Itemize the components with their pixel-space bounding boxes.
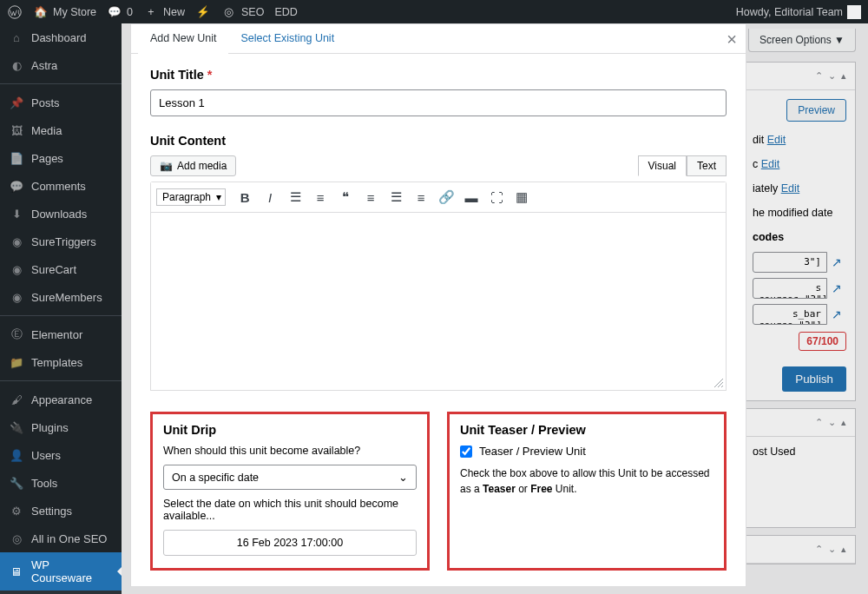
unit-teaser-title: Unit Teaser / Preview [460, 423, 713, 437]
avatar-icon [847, 5, 861, 19]
members-icon: ◉ [9, 289, 24, 305]
teaser-checkbox-label: Teaser / Preview Unit [479, 445, 586, 458]
drip-help-text: Select the date on which this unit shoul… [163, 498, 417, 522]
seo-icon: ◎ [221, 4, 237, 20]
sidebar-item-aioseo[interactable]: ◎All in One SEO [0, 525, 122, 552]
new-content[interactable]: +New [143, 4, 185, 20]
editor-tab-text[interactable]: Text [687, 155, 727, 176]
cart-icon: ◉ [9, 261, 24, 277]
media-icon: 🖼 [9, 122, 24, 138]
settings-icon: ⚙ [9, 503, 24, 518]
sidebar-item-downloads[interactable]: ⬇Downloads [0, 200, 122, 228]
astra-icon: ◐ [9, 57, 24, 73]
sidebar-item-settings[interactable]: ⚙Settings [0, 497, 122, 525]
wordpress-icon [7, 4, 23, 20]
performance[interactable]: ⚡ [195, 4, 211, 20]
comment-icon: 💬 [107, 4, 122, 20]
teaser-help-text: Check the box above to allow this Unit t… [460, 465, 713, 497]
courseware-icon: 🖥 [9, 564, 24, 579]
paragraph-format-select[interactable]: Paragraph ▾ [156, 188, 226, 206]
user-greeting[interactable]: Howdy, Editorial Team [736, 5, 861, 19]
editor-tab-visual[interactable]: Visual [638, 155, 687, 176]
sidebar-item-pages[interactable]: 📄Pages [0, 144, 122, 172]
comment-icon: 💬 [9, 178, 24, 194]
sidebar-item-astra[interactable]: ◐Astra [0, 51, 122, 79]
unit-drip-title: Unit Drip [163, 423, 417, 437]
sidebar-item-appearance[interactable]: 🖌Appearance [0, 386, 122, 413]
unit-drip-box: Unit Drip When should this unit become a… [150, 412, 430, 571]
sidebar-item-suretriggers[interactable]: ◉SureTriggers [0, 228, 122, 255]
sidebar-item-plugins[interactable]: 🔌Plugins [0, 413, 122, 441]
plugin-icon: 🔌 [9, 419, 24, 435]
bullet-list-button[interactable]: ☰ [284, 186, 306, 208]
editor-textarea[interactable] [150, 213, 727, 391]
sidebar-item-users[interactable]: 👤Users [0, 441, 122, 469]
teaser-checkbox[interactable] [460, 446, 472, 458]
sidebar-item-dashboard[interactable]: ⌂Dashboard [0, 23, 122, 51]
elementor-icon: Ⓔ [9, 327, 24, 342]
performance-icon: ⚡ [195, 4, 211, 20]
unit-content-label: Unit Content [150, 134, 727, 148]
sidebar-item-courseware[interactable]: 🖥WP Courseware [0, 552, 122, 591]
site-name: My Store [53, 6, 96, 18]
unit-modal: Add New Unit Select Existing Unit × Unit… [130, 23, 746, 587]
tab-add-unit[interactable]: Add New Unit [138, 24, 228, 54]
unit-teaser-box: Unit Teaser / Preview Teaser / Preview U… [447, 412, 727, 571]
user-icon: 👤 [9, 447, 24, 463]
admin-toolbar: 🏠My Store 💬0 +New ⚡ ◎SEO EDD Howdy, Edit… [0, 0, 868, 23]
seo-menu[interactable]: ◎SEO [221, 4, 264, 20]
brush-icon: 🖌 [9, 392, 24, 407]
drip-type-select[interactable]: On a specific date⌄ [163, 465, 417, 490]
drip-question: When should this unit become available? [163, 445, 417, 457]
dashboard-icon: ⌂ [9, 30, 24, 45]
close-icon[interactable]: × [727, 30, 737, 48]
submenu-courses[interactable]: Courses [0, 591, 122, 594]
download-icon: ⬇ [9, 206, 24, 221]
sidebar-item-posts[interactable]: 📌Posts [0, 89, 122, 116]
link-button[interactable]: 🔗 [435, 186, 457, 208]
wrench-icon: 🔧 [9, 475, 24, 491]
templates-icon: 📁 [9, 354, 24, 370]
aioseo-icon: ◎ [9, 531, 24, 546]
resize-handle-icon[interactable] [713, 378, 724, 388]
numbered-list-button[interactable]: ≡ [309, 186, 332, 208]
align-left-button[interactable]: ≡ [359, 186, 382, 208]
media-icon: 📷 [160, 160, 173, 172]
chevron-down-icon: ⌄ [398, 471, 408, 484]
sidebar-item-templates[interactable]: 📁Templates [0, 348, 122, 376]
blockquote-button[interactable]: ❝ [334, 186, 357, 208]
sidebar-item-media[interactable]: 🖼Media [0, 116, 122, 144]
admin-sidebar: ⌂Dashboard ◐Astra 📌Posts 🖼Media 📄Pages 💬… [0, 23, 122, 594]
edd-menu[interactable]: EDD [274, 6, 297, 18]
fullscreen-button[interactable]: ⛶ [485, 186, 508, 208]
italic-button[interactable]: I [259, 186, 281, 208]
pin-icon: 📌 [9, 95, 24, 110]
tab-select-existing[interactable]: Select Existing Unit [228, 24, 346, 53]
sidebar-item-surecart[interactable]: ◉SureCart [0, 255, 122, 283]
align-right-button[interactable]: ≡ [410, 186, 432, 208]
drip-date-input[interactable]: 16 Feb 2023 17:00:00 [163, 530, 417, 556]
unit-title-label: Unit Title * [150, 68, 727, 82]
page-icon: 📄 [9, 150, 24, 166]
insert-more-button[interactable]: ▬ [460, 186, 483, 208]
bold-button[interactable]: B [233, 186, 256, 208]
sidebar-item-elementor[interactable]: ⒺElementor [0, 320, 122, 348]
trigger-icon: ◉ [9, 234, 24, 249]
sidebar-item-suremembers[interactable]: ◉SureMembers [0, 283, 122, 311]
home-icon: 🏠 [33, 4, 49, 20]
sidebar-item-tools[interactable]: 🔧Tools [0, 469, 122, 497]
align-center-button[interactable]: ☰ [385, 186, 407, 208]
site-home[interactable]: 🏠My Store [33, 4, 96, 20]
sidebar-item-comments[interactable]: 💬Comments [0, 172, 122, 200]
toolbar-toggle-button[interactable]: ▦ [510, 186, 533, 208]
add-media-button[interactable]: 📷Add media [150, 155, 236, 176]
unit-title-input[interactable] [150, 89, 727, 116]
plus-icon: + [143, 4, 159, 20]
comments-link[interactable]: 💬0 [107, 4, 133, 20]
wp-logo[interactable] [7, 4, 23, 20]
